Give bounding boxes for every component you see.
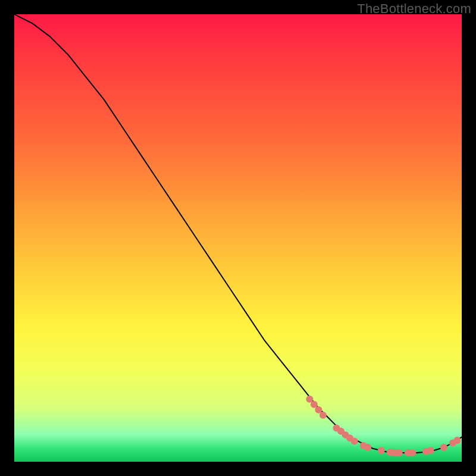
marker-dot: [364, 444, 371, 451]
marker-dot: [427, 447, 434, 454]
marker-dot: [320, 412, 327, 419]
chart-frame: TheBottleneck.com: [0, 0, 476, 476]
marker-dot: [453, 437, 461, 444]
chart-svg: [14, 14, 462, 462]
curve-line: [14, 14, 462, 453]
marker-group: [306, 396, 461, 456]
marker-dot: [440, 444, 447, 451]
marker-dot: [378, 447, 385, 454]
marker-dot: [351, 437, 358, 444]
marker-dot: [409, 449, 416, 456]
plot-area: [14, 14, 462, 462]
marker-dot: [396, 449, 403, 456]
